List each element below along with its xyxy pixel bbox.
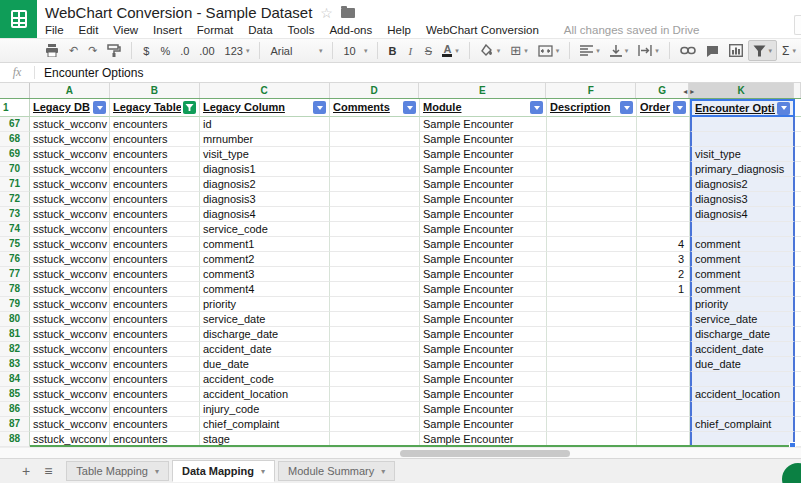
- header-cell-E[interactable]: Module: [420, 99, 547, 117]
- cell-legacy-db[interactable]: sstuck_wcconv: [30, 132, 110, 147]
- more-formats-button[interactable]: 123▾: [220, 40, 255, 61]
- cell-description[interactable]: [547, 402, 637, 417]
- menu-item-help[interactable]: Help: [387, 24, 411, 36]
- all-sheets-button[interactable]: ≡: [44, 463, 52, 479]
- cell-legacy-db[interactable]: sstuck_wcconv: [30, 237, 110, 252]
- cell-module[interactable]: Sample Encounter: [420, 192, 547, 207]
- header-cell-F[interactable]: Description: [547, 99, 637, 117]
- row-number-83[interactable]: 83: [0, 357, 30, 372]
- filter-active-icon[interactable]: [183, 101, 196, 114]
- column-header-G[interactable]: G◂: [636, 83, 689, 98]
- cell-legacy-column[interactable]: discharge_date: [200, 327, 330, 342]
- hidden-columns-left-icon[interactable]: ◂: [683, 84, 687, 98]
- cell-order[interactable]: [637, 297, 690, 312]
- format-currency-button[interactable]: $: [137, 40, 155, 61]
- row-number-73[interactable]: 73: [0, 207, 30, 222]
- cell-legacy-table[interactable]: encounters: [110, 252, 200, 267]
- cell-description[interactable]: [547, 132, 637, 147]
- menu-item-view[interactable]: View: [113, 24, 138, 36]
- cell-module[interactable]: Sample Encounter: [420, 132, 547, 147]
- cell-legacy-column[interactable]: comment1: [200, 237, 330, 252]
- cell-encounter-options[interactable]: due_date: [690, 357, 795, 372]
- cell-order[interactable]: 3: [637, 252, 690, 267]
- row-number-80[interactable]: 80: [0, 312, 30, 327]
- cell-legacy-table[interactable]: encounters: [110, 327, 200, 342]
- tab-module-summary[interactable]: Module Summary▾: [278, 461, 395, 481]
- cell-module[interactable]: Sample Encounter: [420, 372, 547, 387]
- cell-order[interactable]: 1: [637, 282, 690, 297]
- cell-legacy-table[interactable]: encounters: [110, 357, 200, 372]
- cell-description[interactable]: [547, 192, 637, 207]
- cell-encounter-options[interactable]: [690, 372, 795, 387]
- cell-description[interactable]: [547, 252, 637, 267]
- filter-dropdown-icon[interactable]: [673, 101, 686, 114]
- cell-legacy-db[interactable]: sstuck_wcconv: [30, 162, 110, 177]
- row-number-74[interactable]: 74: [0, 222, 30, 237]
- merge-cells-button[interactable]: ▾: [533, 40, 564, 61]
- cell-order[interactable]: [637, 147, 690, 162]
- row-number-68[interactable]: 68: [0, 132, 30, 147]
- cell-encounter-options[interactable]: [690, 222, 795, 237]
- cell-legacy-table[interactable]: encounters: [110, 372, 200, 387]
- cell-description[interactable]: [547, 222, 637, 237]
- cell-encounter-options[interactable]: [690, 402, 795, 417]
- cell-encounter-options[interactable]: diagnosis3: [690, 192, 795, 207]
- cell-legacy-table[interactable]: encounters: [110, 282, 200, 297]
- font-family-select[interactable]: Arial▾: [265, 40, 327, 61]
- cell-encounter-options[interactable]: visit_type: [690, 147, 795, 162]
- cell-legacy-db[interactable]: sstuck_wcconv: [30, 207, 110, 222]
- cell-legacy-db[interactable]: sstuck_wcconv: [30, 282, 110, 297]
- cell-legacy-table[interactable]: encounters: [110, 267, 200, 282]
- cell-module[interactable]: Sample Encounter: [420, 342, 547, 357]
- cell-legacy-table[interactable]: encounters: [110, 207, 200, 222]
- cell-order[interactable]: [637, 357, 690, 372]
- cell-order[interactable]: [637, 402, 690, 417]
- cell-legacy-table[interactable]: encounters: [110, 342, 200, 357]
- format-percent-button[interactable]: %: [155, 40, 175, 61]
- cell-module[interactable]: Sample Encounter: [420, 117, 547, 132]
- cell-module[interactable]: Sample Encounter: [420, 297, 547, 312]
- header-cell-B[interactable]: Legacy Table: [110, 99, 200, 117]
- cell-legacy-db[interactable]: sstuck_wcconv: [30, 402, 110, 417]
- column-header-C[interactable]: C: [200, 83, 330, 98]
- cell-legacy-db[interactable]: sstuck_wcconv: [30, 297, 110, 312]
- header-cell-D[interactable]: Comments: [330, 99, 420, 117]
- row-number-72[interactable]: 72: [0, 192, 30, 207]
- cell-order[interactable]: [637, 312, 690, 327]
- cell-legacy-column[interactable]: accident_code: [200, 372, 330, 387]
- cell-comments[interactable]: [330, 342, 420, 357]
- borders-button[interactable]: ⊞▾: [505, 40, 532, 61]
- text-color-button[interactable]: A▾: [437, 40, 463, 61]
- column-header-E[interactable]: E: [419, 83, 546, 98]
- cell-module[interactable]: Sample Encounter: [420, 162, 547, 177]
- row-number-87[interactable]: 87: [0, 417, 30, 432]
- cell-legacy-column[interactable]: visit_type: [200, 147, 330, 162]
- cell-legacy-db[interactable]: sstuck_wcconv: [30, 312, 110, 327]
- insert-link-button[interactable]: [675, 40, 701, 61]
- text-wrap-button[interactable]: ▾: [633, 40, 663, 61]
- filter-dropdown-icon[interactable]: [620, 101, 633, 114]
- row-number-1[interactable]: 1: [0, 99, 30, 117]
- cell-legacy-db[interactable]: sstuck_wcconv: [30, 117, 110, 132]
- cell-legacy-column[interactable]: service_code: [200, 222, 330, 237]
- cell-order[interactable]: [637, 177, 690, 192]
- cell-module[interactable]: Sample Encounter: [420, 237, 547, 252]
- column-header-B[interactable]: B: [110, 83, 200, 98]
- cell-description[interactable]: [547, 312, 637, 327]
- cell-legacy-table[interactable]: encounters: [110, 387, 200, 402]
- cell-comments[interactable]: [330, 192, 420, 207]
- cell-order[interactable]: [637, 207, 690, 222]
- header-cell-A[interactable]: Legacy DB: [30, 99, 110, 117]
- fill-color-button[interactable]: ▾: [475, 40, 505, 61]
- menu-item-format[interactable]: Format: [197, 24, 233, 36]
- bold-button[interactable]: B: [383, 40, 401, 61]
- cell-encounter-options[interactable]: diagnosis4: [690, 207, 795, 222]
- cell-legacy-column[interactable]: diagnosis4: [200, 207, 330, 222]
- cell-module[interactable]: Sample Encounter: [420, 417, 547, 432]
- filter-dropdown-icon[interactable]: [403, 101, 416, 114]
- cell-legacy-column[interactable]: comment2: [200, 252, 330, 267]
- filter-dropdown-icon[interactable]: [313, 101, 326, 114]
- font-size-select[interactable]: 10▾: [338, 40, 372, 61]
- cell-legacy-column[interactable]: comment3: [200, 267, 330, 282]
- header-cell-G[interactable]: Order: [637, 99, 690, 117]
